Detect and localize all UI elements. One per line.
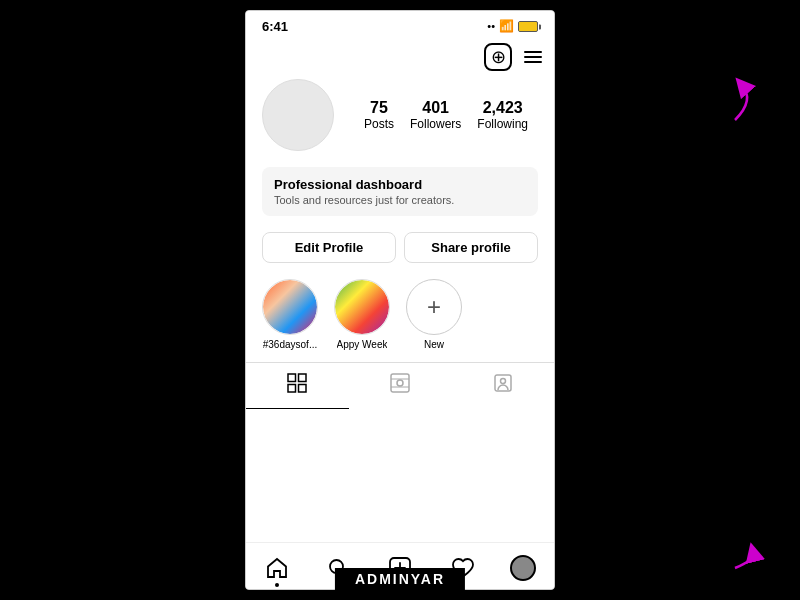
svg-rect-0 xyxy=(288,374,296,382)
menu-button[interactable] xyxy=(524,51,542,63)
highlight-circle-1 xyxy=(262,279,318,335)
svg-rect-4 xyxy=(391,374,409,392)
home-dot xyxy=(275,583,279,587)
posts-stat[interactable]: 75 Posts xyxy=(364,99,394,131)
highlight-image-1 xyxy=(263,280,317,334)
svg-rect-2 xyxy=(288,385,296,393)
phone-screen: 6:41 •• 📶 ⊕ xyxy=(245,10,555,590)
following-label: Following xyxy=(477,117,528,131)
nav-profile-avatar xyxy=(510,555,536,581)
following-count: 2,423 xyxy=(483,99,523,117)
dashboard-title: Professional dashboard xyxy=(274,177,526,192)
professional-dashboard[interactable]: Professional dashboard Tools and resourc… xyxy=(262,167,538,216)
highlight-label-new: New xyxy=(424,339,444,350)
followers-stat[interactable]: 401 Followers xyxy=(410,99,461,131)
followers-count: 401 xyxy=(422,99,449,117)
highlights-section: #36daysof... Appy Week + New xyxy=(246,271,554,358)
edit-profile-button[interactable]: Edit Profile xyxy=(262,232,396,263)
highlight-label-2: Appy Week xyxy=(337,339,388,350)
header: ⊕ xyxy=(246,39,554,75)
followers-label: Followers xyxy=(410,117,461,131)
posts-label: Posts xyxy=(364,117,394,131)
content-tabs xyxy=(246,362,554,409)
reels-icon xyxy=(390,373,410,398)
action-buttons: Edit Profile Share profile xyxy=(262,232,538,263)
nav-profile[interactable] xyxy=(492,551,554,585)
highlight-item-2[interactable]: Appy Week xyxy=(334,279,390,350)
posts-count: 75 xyxy=(370,99,388,117)
highlight-circle-new: + xyxy=(406,279,462,335)
svg-point-9 xyxy=(500,379,505,384)
share-profile-button[interactable]: Share profile xyxy=(404,232,538,263)
stats-row: 75 Posts 401 Followers 2,423 Following xyxy=(354,99,538,131)
signal-icon: •• xyxy=(487,20,495,32)
dashboard-subtitle: Tools and resources just for creators. xyxy=(274,194,526,206)
highlight-image-2 xyxy=(335,280,389,334)
status-bar: 6:41 •• 📶 xyxy=(246,11,554,39)
add-highlight-icon: + xyxy=(427,293,441,321)
svg-rect-3 xyxy=(299,385,307,393)
add-post-button[interactable]: ⊕ xyxy=(484,43,512,71)
avatar[interactable] xyxy=(262,79,334,151)
following-stat[interactable]: 2,423 Following xyxy=(477,99,528,131)
status-time: 6:41 xyxy=(262,19,288,34)
content-area xyxy=(246,409,554,542)
tab-grid[interactable] xyxy=(246,363,349,409)
watermark: ADMINYAR xyxy=(335,568,465,590)
highlight-label-1: #36daysof... xyxy=(263,339,317,350)
grid-icon xyxy=(287,373,307,398)
profile-section: 75 Posts 401 Followers 2,423 Following xyxy=(246,75,554,159)
home-icon xyxy=(265,556,289,580)
tab-tagged[interactable] xyxy=(451,363,554,409)
plus-square-icon: ⊕ xyxy=(491,48,506,66)
highlight-circle-2 xyxy=(334,279,390,335)
battery-icon xyxy=(518,17,538,35)
highlight-item-1[interactable]: #36daysof... xyxy=(262,279,318,350)
highlight-item-new[interactable]: + New xyxy=(406,279,462,350)
tab-reels[interactable] xyxy=(349,363,452,409)
wifi-icon: 📶 xyxy=(499,19,514,33)
svg-point-5 xyxy=(397,380,403,386)
svg-rect-1 xyxy=(299,374,307,382)
nav-home[interactable] xyxy=(246,551,308,585)
profile-top: 75 Posts 401 Followers 2,423 Following xyxy=(262,79,538,151)
status-icons: •• 📶 xyxy=(487,17,538,35)
tagged-icon xyxy=(493,373,513,398)
